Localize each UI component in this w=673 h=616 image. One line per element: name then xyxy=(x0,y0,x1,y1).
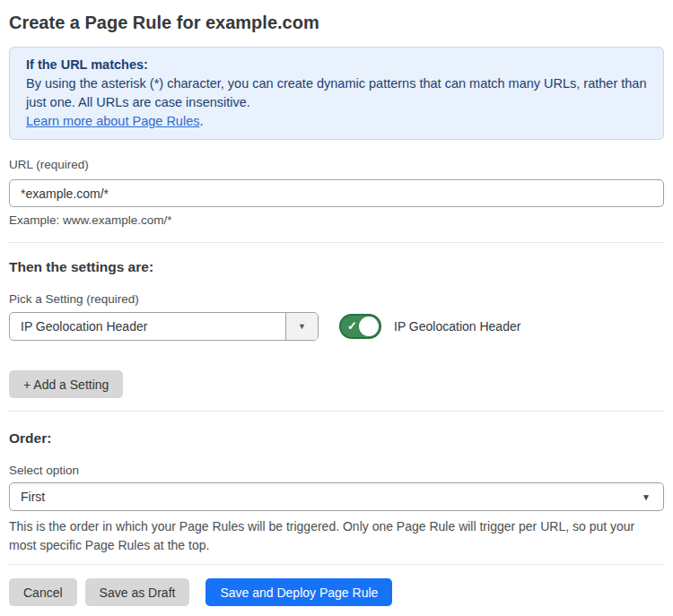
ip-geolocation-toggle[interactable]: ✓ xyxy=(339,314,381,339)
caret-down-icon: ▼ xyxy=(298,322,306,331)
cancel-button[interactable]: Cancel xyxy=(9,578,77,606)
footer-actions: Cancel Save as Draft Save and Deploy Pag… xyxy=(9,578,664,606)
url-example-text: Example: www.example.com/* xyxy=(9,213,664,228)
divider xyxy=(9,242,664,243)
order-select[interactable]: First ▼ xyxy=(9,482,664,511)
page-rules-learn-more-link[interactable]: Learn more about Page Rules xyxy=(26,114,199,128)
settings-section-heading: Then the settings are: xyxy=(9,259,664,275)
setting-dropdown-value: IP Geolocation Header xyxy=(10,313,285,340)
url-field-label: URL (required) xyxy=(9,158,664,172)
setting-row: IP Geolocation Header ▼ ✓ IP Geolocation… xyxy=(9,312,664,341)
create-page-rule-form: Create a Page Rule for example.com If th… xyxy=(0,11,673,616)
order-help-text: This is the order in which your Page Rul… xyxy=(9,517,664,554)
url-match-info-box: If the URL matches: By using the asteris… xyxy=(9,47,664,140)
add-setting-button[interactable]: + Add a Setting xyxy=(9,370,123,398)
order-select-value: First xyxy=(21,490,45,504)
toggle-label: IP Geolocation Header xyxy=(394,319,520,334)
caret-down-icon: ▼ xyxy=(642,492,651,502)
order-section-heading: Order: xyxy=(9,430,664,447)
page-title: Create a Page Rule for example.com xyxy=(9,11,664,34)
setting-dropdown-caret-button[interactable]: ▼ xyxy=(285,313,318,340)
info-box-heading: If the URL matches: xyxy=(26,56,647,74)
divider xyxy=(9,564,664,565)
divider xyxy=(9,411,664,412)
url-input[interactable] xyxy=(9,179,664,207)
info-box-body: By using the asterisk (*) character, you… xyxy=(26,74,647,112)
pick-setting-label: Pick a Setting (required) xyxy=(9,292,664,307)
setting-dropdown[interactable]: IP Geolocation Header ▼ xyxy=(9,312,319,341)
setting-toggle-wrap: ✓ IP Geolocation Header xyxy=(339,314,520,339)
link-suffix: . xyxy=(199,114,203,128)
check-icon: ✓ xyxy=(347,320,357,332)
save-and-deploy-button[interactable]: Save and Deploy Page Rule xyxy=(205,578,392,606)
info-box-link-line: Learn more about Page Rules. xyxy=(26,112,647,131)
order-select-label: Select option xyxy=(9,464,664,478)
save-as-draft-button[interactable]: Save as Draft xyxy=(85,578,190,606)
toggle-knob xyxy=(359,317,379,336)
